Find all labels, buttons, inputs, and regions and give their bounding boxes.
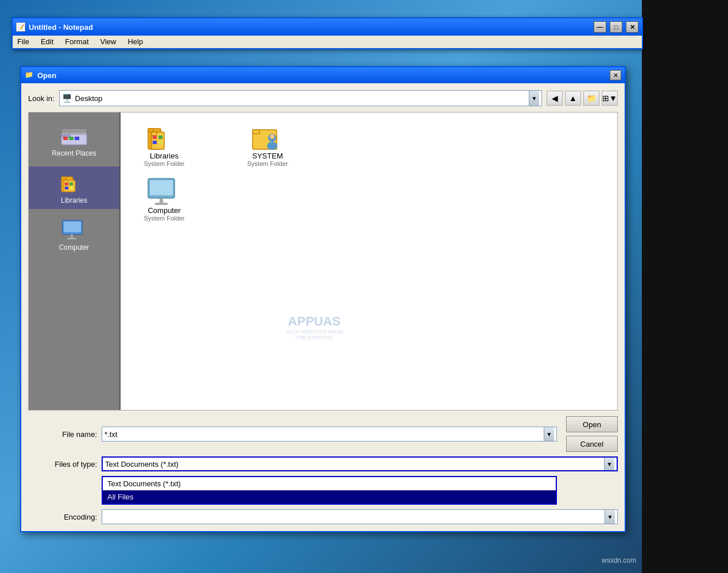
dropdown-overlay: Text Documents (*.txt) All Files — [102, 476, 618, 505]
file-item-computer[interactable]: Computer System Folder — [130, 176, 199, 222]
menu-view[interactable]: View — [98, 36, 119, 47]
file-item-libraries[interactable]: Libraries System Folder — [130, 122, 199, 167]
dialog-titlebar: 📁 Open ✕ — [21, 67, 625, 83]
file-items-row: Libraries System Folder — [130, 122, 608, 167]
sidebar-item-libraries[interactable]: Libraries — [29, 167, 119, 209]
svg-rect-5 — [69, 137, 73, 140]
svg-rect-18 — [67, 238, 76, 239]
sidebar-item-recent-places[interactable]: Recent Places — [29, 119, 119, 162]
recent-places-icon — [60, 124, 88, 147]
encoding-label: Encoding: — [28, 513, 97, 521]
appuas-watermark: APPUAS TECH HOW-TO'S FROMTHE EXPERTS! — [285, 314, 343, 340]
file-area: Libraries System Folder — [121, 113, 617, 410]
svg-rect-16 — [64, 222, 81, 232]
files-of-type-row: Files of type: Text Documents (*.txt) ▼ — [28, 456, 618, 471]
back-button[interactable]: ◀ — [547, 91, 563, 106]
lookin-label: Look in: — [28, 94, 55, 103]
lookin-dropdown-arrow[interactable]: ▼ — [529, 91, 539, 106]
filename-row: File name: *.txt ▼ Open Cancel — [28, 416, 618, 452]
svg-rect-26 — [158, 141, 162, 144]
filename-value: *.txt — [104, 430, 117, 439]
svg-rect-24 — [158, 135, 162, 139]
sidebar-item-computer[interactable]: Computer — [29, 214, 119, 256]
notepad-titlebar: 📝 Untitled - Notepad — □ ✕ — [13, 18, 642, 36]
open-dialog: 📁 Open ✕ Look in: 🖥️ Desktop ▼ ◀ ▲ 📁 ⊞▼ — [20, 66, 626, 532]
svg-rect-17 — [71, 234, 73, 238]
svg-rect-22 — [152, 132, 157, 135]
svg-rect-28 — [253, 130, 260, 134]
menu-edit[interactable]: Edit — [38, 36, 56, 47]
menu-help[interactable]: Help — [125, 36, 145, 47]
svg-rect-23 — [153, 135, 157, 139]
lookin-value: Desktop — [75, 94, 103, 103]
menu-format[interactable]: Format — [63, 36, 91, 47]
computer-sublabel: System Folder — [144, 215, 185, 222]
svg-rect-12 — [69, 183, 73, 185]
lookin-desktop-icon: 🖥️ — [62, 94, 72, 103]
svg-rect-11 — [65, 183, 68, 185]
notepad-icon: 📝 — [16, 22, 25, 32]
encoding-row: Encoding: ▼ — [28, 509, 618, 524]
files-of-type-dropdown[interactable]: Text Documents (*.txt) ▼ — [102, 456, 618, 471]
maximize-button[interactable]: □ — [610, 21, 622, 33]
files-of-type-arrow[interactable]: ▼ — [604, 458, 614, 470]
filename-dropdown-arrow[interactable]: ▼ — [544, 427, 554, 441]
svg-rect-13 — [65, 187, 68, 189]
bottom-controls: File name: *.txt ▼ Open Cancel Files of … — [28, 416, 618, 524]
system-name: SYSTEM — [252, 152, 282, 160]
libraries-sublabel: System Folder — [144, 160, 185, 167]
open-button[interactable]: Open — [566, 416, 618, 432]
files-type-dropdown-menu: Text Documents (*.txt) All Files — [102, 476, 557, 505]
appuas-tagline: TECH HOW-TO'S FROMTHE EXPERTS! — [285, 329, 343, 340]
desktop-edge — [642, 0, 728, 573]
system-sublabel: System Folder — [247, 160, 288, 167]
cancel-button[interactable]: Cancel — [566, 436, 618, 452]
dialog-close-button[interactable]: ✕ — [610, 70, 621, 80]
svg-point-30 — [267, 142, 277, 150]
file-item-system[interactable]: SYSTEM System Folder — [233, 122, 302, 167]
sidebar-label-recent-places: Recent Places — [52, 149, 96, 157]
menu-file[interactable]: File — [15, 36, 32, 47]
svg-rect-4 — [63, 137, 68, 140]
new-folder-button[interactable]: 📁 — [583, 91, 599, 106]
sidebar-label-libraries: Libraries — [61, 196, 87, 204]
svg-rect-37 — [155, 203, 168, 205]
libraries-file-icon — [147, 122, 181, 152]
system-file-icon — [250, 122, 285, 152]
notepad-menubar: File Edit Format View Help — [13, 36, 642, 48]
dropdown-option-txt[interactable]: Text Documents (*.txt) — [103, 477, 556, 490]
file-items-row-2: Computer System Folder — [130, 176, 608, 222]
close-button[interactable]: ✕ — [626, 21, 638, 33]
wsxdn-watermark: wsxdn.com — [602, 556, 636, 564]
dialog-icon: 📁 — [25, 71, 34, 80]
action-buttons-container: Open Cancel — [566, 416, 618, 452]
dialog-title: Open — [37, 71, 606, 80]
view-menu-button[interactable]: ⊞▼ — [602, 91, 618, 106]
filename-input[interactable]: *.txt ▼ — [102, 427, 557, 442]
encoding-dropdown[interactable]: ▼ — [102, 509, 618, 524]
notepad-title: Untitled - Notepad — [29, 23, 590, 32]
notepad-window: 📝 Untitled - Notepad — □ ✕ File Edit For… — [11, 17, 643, 49]
toolbar-buttons: ◀ ▲ 📁 ⊞▼ — [547, 91, 618, 106]
computer-icon — [60, 218, 88, 241]
svg-rect-20 — [148, 129, 153, 132]
svg-rect-14 — [69, 187, 73, 189]
svg-rect-34 — [150, 180, 173, 195]
dropdown-option-all[interactable]: All Files — [103, 490, 556, 504]
svg-rect-6 — [75, 137, 79, 140]
dialog-body: Recent Places — [28, 112, 618, 411]
libraries-icon — [60, 171, 88, 194]
sidebar-panel: Recent Places — [29, 113, 121, 410]
files-of-type-value: Text Documents (*.txt) — [105, 460, 179, 469]
minimize-button[interactable]: — — [594, 21, 606, 33]
files-of-type-label: Files of type: — [28, 460, 97, 469]
lookin-dropdown[interactable]: 🖥️ Desktop ▼ — [59, 90, 542, 106]
appuas-logo-text: APPUAS — [285, 314, 343, 329]
svg-rect-25 — [153, 141, 157, 144]
encoding-arrow[interactable]: ▼ — [605, 510, 615, 524]
up-folder-button[interactable]: ▲ — [565, 91, 581, 106]
filename-label: File name: — [28, 430, 97, 439]
svg-rect-8 — [61, 177, 66, 180]
libraries-name: Libraries — [150, 152, 179, 160]
sidebar-label-computer: Computer — [59, 243, 90, 251]
